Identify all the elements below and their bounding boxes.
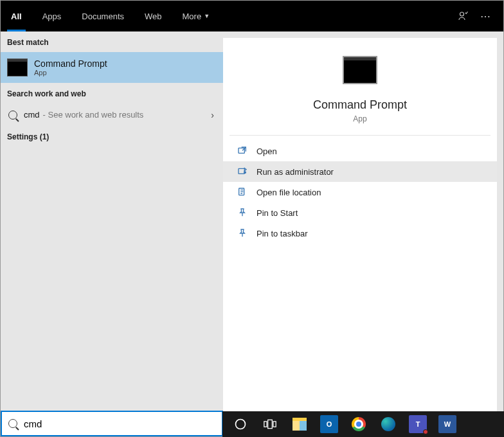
section-settings[interactable]: Settings (1) — [1, 126, 223, 148]
search-work-web-row[interactable]: cmd - See work and web results › — [1, 103, 223, 126]
search-box[interactable] — [1, 411, 223, 436]
action-pin-taskbar[interactable]: Pin to taskbar — [223, 223, 497, 244]
section-search-work-web: Search work and web — [1, 83, 223, 103]
cortana-icon[interactable] — [228, 413, 253, 435]
task-view-icon[interactable] — [257, 413, 283, 435]
svg-rect-6 — [264, 422, 267, 427]
preview-title: Command Prompt — [313, 98, 407, 112]
folder-icon — [237, 187, 248, 197]
pin-icon — [237, 228, 248, 238]
preview-subtitle: App — [353, 114, 366, 123]
tab-web[interactable]: Web — [134, 1, 172, 31]
action-pin-start-label: Pin to Start — [256, 208, 298, 218]
chevron-down-icon: ▼ — [204, 13, 210, 19]
tab-apps[interactable]: Apps — [32, 1, 72, 31]
best-match-subtitle: App — [34, 69, 107, 76]
taskbar-word[interactable]: W — [435, 413, 460, 435]
section-best-match: Best match — [1, 31, 223, 52]
search-icon — [8, 419, 17, 428]
more-options-icon[interactable]: ⋯ — [480, 10, 491, 22]
taskbar-edge[interactable] — [375, 413, 401, 435]
search-query-text: cmd — [24, 110, 40, 120]
search-input[interactable] — [24, 418, 215, 429]
pin-icon — [237, 208, 248, 218]
best-match-title: Command Prompt — [34, 58, 107, 69]
action-pin-start[interactable]: Pin to Start — [223, 202, 497, 223]
chevron-right-icon: › — [211, 110, 214, 120]
preview-panel: Command Prompt App Open Run as administr… — [223, 38, 497, 430]
svg-rect-8 — [273, 422, 276, 427]
svg-point-5 — [236, 420, 246, 429]
action-open-file-location[interactable]: Open file location — [223, 182, 497, 202]
taskbar-teams[interactable]: T — [405, 413, 431, 435]
svg-point-3 — [244, 171, 246, 174]
admin-icon — [237, 166, 248, 177]
feedback-icon[interactable] — [457, 10, 469, 22]
taskbar-file-explorer[interactable] — [287, 413, 312, 435]
cmd-icon — [343, 56, 377, 84]
svg-rect-2 — [239, 168, 244, 174]
action-run-as-admin[interactable]: Run as administrator — [223, 161, 497, 182]
taskbar-outlook[interactable]: O — [316, 413, 342, 435]
tab-documents[interactable]: Documents — [71, 1, 134, 31]
action-open-label: Open — [256, 147, 277, 156]
results-panel: Best match Command Prompt App Search wor… — [1, 31, 223, 436]
svg-rect-7 — [268, 420, 273, 428]
search-icon — [8, 111, 17, 120]
best-match-result[interactable]: Command Prompt App — [1, 52, 223, 83]
action-run-admin-label: Run as administrator — [256, 167, 334, 177]
tab-more[interactable]: More▼ — [172, 1, 221, 31]
tab-all[interactable]: All — [1, 1, 32, 31]
action-pin-taskbar-label: Pin to taskbar — [256, 229, 308, 238]
open-icon — [237, 146, 248, 156]
search-tabs: All Apps Documents Web More▼ ⋯ — [1, 1, 503, 31]
action-open[interactable]: Open — [223, 141, 497, 161]
search-hint-text: - See work and web results — [43, 110, 144, 120]
svg-point-0 — [460, 12, 464, 16]
taskbar-chrome[interactable] — [346, 413, 372, 435]
taskbar: O T W — [222, 411, 504, 437]
cmd-icon — [7, 58, 28, 76]
action-file-location-label: Open file location — [256, 188, 321, 197]
